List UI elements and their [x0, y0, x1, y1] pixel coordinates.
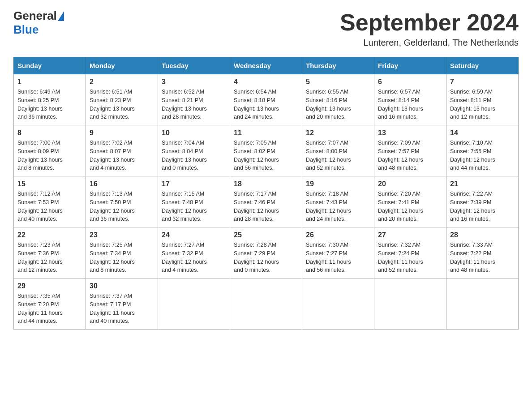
month-title: September 2024	[340, 9, 519, 36]
calendar-day-cell: 8Sunrise: 7:00 AMSunset: 8:09 PMDaylight…	[14, 125, 86, 176]
day-info: Sunrise: 7:13 AMSunset: 7:50 PMDaylight:…	[90, 190, 154, 223]
day-info: Sunrise: 7:27 AMSunset: 7:32 PMDaylight:…	[162, 241, 226, 274]
day-info: Sunrise: 7:12 AMSunset: 7:53 PMDaylight:…	[17, 190, 82, 223]
day-number: 23	[90, 231, 154, 239]
calendar-header-sunday: Sunday	[14, 57, 86, 74]
calendar-day-cell	[302, 278, 374, 330]
calendar-day-cell: 27Sunrise: 7:32 AMSunset: 7:24 PMDayligh…	[374, 227, 446, 278]
day-number: 9	[90, 129, 154, 137]
calendar-week-row: 8Sunrise: 7:00 AMSunset: 8:09 PMDaylight…	[14, 125, 519, 176]
calendar-day-cell: 20Sunrise: 7:20 AMSunset: 7:41 PMDayligh…	[374, 176, 446, 227]
calendar-header-thursday: Thursday	[302, 57, 374, 74]
calendar-day-cell: 26Sunrise: 7:30 AMSunset: 7:27 PMDayligh…	[302, 227, 374, 278]
day-number: 18	[234, 180, 298, 188]
calendar-week-row: 15Sunrise: 7:12 AMSunset: 7:53 PMDayligh…	[14, 176, 519, 227]
day-info: Sunrise: 7:07 AMSunset: 8:00 PMDaylight:…	[306, 139, 370, 172]
title-block: September 2024 Lunteren, Gelderland, The…	[340, 9, 519, 48]
logo: General Blue	[13, 9, 65, 37]
calendar-day-cell: 28Sunrise: 7:33 AMSunset: 7:22 PMDayligh…	[446, 227, 519, 278]
day-info: Sunrise: 6:59 AMSunset: 8:11 PMDaylight:…	[450, 88, 515, 121]
calendar-day-cell: 6Sunrise: 6:57 AMSunset: 8:14 PMDaylight…	[374, 74, 446, 125]
location-title: Lunteren, Gelderland, The Netherlands	[340, 38, 519, 48]
day-number: 11	[234, 129, 298, 137]
day-info: Sunrise: 7:00 AMSunset: 8:09 PMDaylight:…	[17, 139, 82, 172]
day-info: Sunrise: 7:18 AMSunset: 7:43 PMDaylight:…	[306, 190, 370, 223]
calendar-day-cell: 1Sunrise: 6:49 AMSunset: 8:25 PMDaylight…	[14, 74, 86, 125]
calendar-day-cell: 11Sunrise: 7:05 AMSunset: 8:02 PMDayligh…	[230, 125, 302, 176]
calendar-day-cell: 15Sunrise: 7:12 AMSunset: 7:53 PMDayligh…	[14, 176, 86, 227]
day-info: Sunrise: 6:51 AMSunset: 8:23 PMDaylight:…	[90, 88, 154, 121]
calendar-day-cell: 9Sunrise: 7:02 AMSunset: 8:07 PMDaylight…	[86, 125, 158, 176]
calendar-table: SundayMondayTuesdayWednesdayThursdayFrid…	[13, 57, 519, 330]
day-info: Sunrise: 7:09 AMSunset: 7:57 PMDaylight:…	[378, 139, 442, 172]
day-info: Sunrise: 7:17 AMSunset: 7:46 PMDaylight:…	[234, 190, 298, 223]
day-info: Sunrise: 7:20 AMSunset: 7:41 PMDaylight:…	[378, 190, 442, 223]
calendar-header-wednesday: Wednesday	[230, 57, 302, 74]
day-info: Sunrise: 7:02 AMSunset: 8:07 PMDaylight:…	[90, 139, 154, 172]
day-info: Sunrise: 7:32 AMSunset: 7:24 PMDaylight:…	[378, 241, 442, 274]
calendar-day-cell	[230, 278, 302, 330]
calendar-day-cell: 5Sunrise: 6:55 AMSunset: 8:16 PMDaylight…	[302, 74, 374, 125]
day-info: Sunrise: 7:37 AMSunset: 7:17 PMDaylight:…	[90, 292, 154, 325]
day-number: 10	[162, 129, 226, 137]
calendar-day-cell: 22Sunrise: 7:23 AMSunset: 7:36 PMDayligh…	[14, 227, 86, 278]
day-info: Sunrise: 6:54 AMSunset: 8:18 PMDaylight:…	[234, 88, 298, 121]
day-number: 1	[17, 78, 82, 86]
day-number: 27	[378, 231, 442, 239]
day-info: Sunrise: 7:28 AMSunset: 7:29 PMDaylight:…	[234, 241, 298, 274]
calendar-day-cell: 4Sunrise: 6:54 AMSunset: 8:18 PMDaylight…	[230, 74, 302, 125]
calendar-day-cell: 7Sunrise: 6:59 AMSunset: 8:11 PMDaylight…	[446, 74, 519, 125]
day-number: 24	[162, 231, 226, 239]
day-number: 5	[306, 78, 370, 86]
calendar-day-cell: 3Sunrise: 6:52 AMSunset: 8:21 PMDaylight…	[158, 74, 230, 125]
day-number: 6	[378, 78, 442, 86]
calendar-day-cell: 24Sunrise: 7:27 AMSunset: 7:32 PMDayligh…	[158, 227, 230, 278]
calendar-day-cell: 30Sunrise: 7:37 AMSunset: 7:17 PMDayligh…	[86, 278, 158, 330]
day-info: Sunrise: 6:52 AMSunset: 8:21 PMDaylight:…	[162, 88, 226, 121]
calendar-day-cell: 17Sunrise: 7:15 AMSunset: 7:48 PMDayligh…	[158, 176, 230, 227]
calendar-day-cell: 29Sunrise: 7:35 AMSunset: 7:20 PMDayligh…	[14, 278, 86, 330]
calendar-header-tuesday: Tuesday	[158, 57, 230, 74]
day-info: Sunrise: 7:10 AMSunset: 7:55 PMDaylight:…	[450, 139, 515, 172]
day-number: 3	[162, 78, 226, 86]
calendar-header-saturday: Saturday	[446, 57, 519, 74]
day-info: Sunrise: 7:35 AMSunset: 7:20 PMDaylight:…	[17, 292, 82, 325]
calendar-day-cell: 2Sunrise: 6:51 AMSunset: 8:23 PMDaylight…	[86, 74, 158, 125]
day-info: Sunrise: 6:55 AMSunset: 8:16 PMDaylight:…	[306, 88, 370, 121]
calendar-day-cell: 16Sunrise: 7:13 AMSunset: 7:50 PMDayligh…	[86, 176, 158, 227]
day-number: 26	[306, 231, 370, 239]
calendar-day-cell: 14Sunrise: 7:10 AMSunset: 7:55 PMDayligh…	[446, 125, 519, 176]
day-info: Sunrise: 7:04 AMSunset: 8:04 PMDaylight:…	[162, 139, 226, 172]
day-number: 16	[90, 180, 154, 188]
day-info: Sunrise: 6:57 AMSunset: 8:14 PMDaylight:…	[378, 88, 442, 121]
day-number: 4	[234, 78, 298, 86]
day-number: 13	[378, 129, 442, 137]
day-number: 29	[17, 282, 82, 290]
calendar-header-monday: Monday	[86, 57, 158, 74]
day-info: Sunrise: 7:05 AMSunset: 8:02 PMDaylight:…	[234, 139, 298, 172]
logo-triangle-icon	[58, 11, 64, 21]
day-number: 20	[378, 180, 442, 188]
day-number: 30	[90, 282, 154, 290]
day-number: 21	[450, 180, 515, 188]
day-number: 19	[306, 180, 370, 188]
day-number: 14	[450, 129, 515, 137]
calendar-day-cell: 19Sunrise: 7:18 AMSunset: 7:43 PMDayligh…	[302, 176, 374, 227]
calendar-day-cell: 21Sunrise: 7:22 AMSunset: 7:39 PMDayligh…	[446, 176, 519, 227]
day-number: 12	[306, 129, 370, 137]
logo-general-text: General	[13, 9, 57, 23]
day-info: Sunrise: 7:22 AMSunset: 7:39 PMDaylight:…	[450, 190, 515, 223]
logo-blue-text: Blue	[13, 23, 39, 36]
calendar-day-cell	[374, 278, 446, 330]
day-number: 25	[234, 231, 298, 239]
calendar-day-cell: 23Sunrise: 7:25 AMSunset: 7:34 PMDayligh…	[86, 227, 158, 278]
day-number: 2	[90, 78, 154, 86]
calendar-week-row: 29Sunrise: 7:35 AMSunset: 7:20 PMDayligh…	[14, 278, 519, 330]
day-number: 7	[450, 78, 515, 86]
day-info: Sunrise: 7:25 AMSunset: 7:34 PMDaylight:…	[90, 241, 154, 274]
calendar-week-row: 1Sunrise: 6:49 AMSunset: 8:25 PMDaylight…	[14, 74, 519, 125]
calendar-header-friday: Friday	[374, 57, 446, 74]
calendar-day-cell	[158, 278, 230, 330]
day-info: Sunrise: 7:15 AMSunset: 7:48 PMDaylight:…	[162, 190, 226, 223]
day-number: 28	[450, 231, 515, 239]
